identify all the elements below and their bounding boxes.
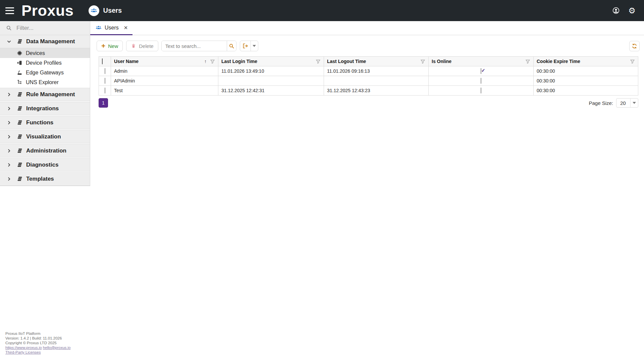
chevron-right-icon: [6, 148, 12, 154]
sidebar-group-label: Diagnostics: [26, 162, 58, 168]
filter-icon[interactable]: [316, 59, 321, 64]
row-checkbox[interactable]: [105, 68, 105, 74]
column-header-last-logout[interactable]: Last Logout Time: [324, 57, 429, 66]
footer-product: Proxus IIoT Platform: [5, 331, 71, 336]
row-checkbox[interactable]: [105, 87, 105, 94]
hamburger-menu-icon[interactable]: [5, 7, 14, 14]
search-input[interactable]: [162, 41, 227, 51]
sort-ascending-icon[interactable]: ↑: [204, 59, 207, 64]
device-profile-icon: [17, 60, 22, 66]
filter-icon[interactable]: [525, 59, 530, 64]
cell-cookie-expire: 00:30:00: [534, 86, 638, 96]
sidebar-group-label: Functions: [26, 119, 53, 126]
sidebar-item-label: Edge Gateways: [26, 70, 64, 76]
delete-button-label: Delete: [139, 43, 153, 49]
refresh-button[interactable]: [629, 41, 640, 51]
page-1-button[interactable]: 1: [99, 98, 108, 108]
filter-icon[interactable]: [420, 59, 425, 64]
column-header-last-login[interactable]: Last Login Time: [218, 57, 324, 66]
stack-icon: [17, 106, 23, 112]
third-party-licenses-link[interactable]: Third-Party Licenses: [5, 350, 41, 354]
refresh-icon: [632, 43, 637, 49]
sidebar-group-label: Administration: [26, 147, 66, 154]
tab-label: Users: [105, 25, 119, 31]
sidebar-item-devices[interactable]: Devices: [0, 48, 90, 58]
sidebar-group-data-management[interactable]: Data Management: [0, 35, 90, 48]
cell-last-logout: 11.01.2026 09:16:13: [324, 66, 429, 76]
page-title: Users: [103, 7, 122, 14]
tab-bar: Users ✕: [90, 21, 644, 35]
sidebar-filter-input[interactable]: [16, 24, 84, 32]
search-icon: [6, 25, 12, 31]
cell-cookie-expire: 00:30:00: [534, 66, 638, 76]
column-header-is-online[interactable]: Is Online: [429, 57, 534, 66]
stack-icon: [17, 162, 23, 168]
magnifier-icon: [229, 43, 234, 49]
chevron-right-icon: [6, 120, 12, 126]
pagination-bar: 1 Page Size: 20: [99, 98, 638, 108]
sidebar-group-label: Visualization: [26, 133, 61, 140]
account-circle-icon[interactable]: [612, 7, 620, 15]
sidebar: Data Management Devices Device Profiles …: [0, 21, 90, 186]
table-row[interactable]: Test 31.12.2025 12:42:31 31.12.2025 12:4…: [99, 86, 638, 96]
sidebar-group-integrations[interactable]: Integrations: [0, 102, 90, 115]
sidebar-item-uns-explorer[interactable]: UNS Explorer: [0, 77, 90, 87]
cell-cookie-expire: 00:30:00: [534, 76, 638, 86]
close-icon[interactable]: ✕: [124, 25, 128, 30]
tab-users[interactable]: Users ✕: [90, 21, 132, 35]
sidebar-item-label: UNS Explorer: [26, 79, 59, 85]
stack-icon: [17, 92, 23, 98]
chevron-right-icon: [6, 134, 12, 140]
table-row[interactable]: APIAdmin 00:30:00: [99, 76, 638, 86]
filter-icon[interactable]: [210, 59, 215, 64]
select-all-cell: [99, 57, 111, 66]
export-dropdown-button[interactable]: [251, 41, 258, 51]
email-link[interactable]: hello@proxus.io: [43, 346, 71, 350]
website-link[interactable]: https://www.proxus.io: [5, 346, 42, 350]
cell-user-name: Test: [111, 86, 218, 96]
cell-last-login: 11.01.2026 13:49:10: [218, 66, 324, 76]
main-content: + New Delete: [90, 35, 644, 362]
sidebar-filter-row: [0, 21, 90, 35]
page-size-select[interactable]: 20: [616, 98, 638, 108]
stack-icon: [17, 134, 23, 140]
export-icon: [242, 43, 248, 49]
is-online-checkbox[interactable]: [481, 68, 481, 74]
column-header-user-name[interactable]: User Name ↑: [111, 57, 218, 66]
footer-version: Version: 1.4.2 | Build: 11.01.2026: [5, 336, 71, 341]
export-button[interactable]: [240, 41, 251, 51]
table-row[interactable]: Admin 11.01.2026 13:49:10 11.01.2026 09:…: [99, 66, 638, 76]
search-button[interactable]: [227, 41, 236, 51]
stack-icon: [17, 39, 23, 45]
sidebar-group-functions[interactable]: Functions: [0, 116, 90, 129]
column-header-cookie-expire[interactable]: Cookie Expire Time: [534, 57, 638, 66]
toolbar: + New Delete: [97, 41, 640, 51]
stack-icon: [17, 176, 23, 182]
sidebar-group-label: Templates: [26, 176, 54, 182]
is-online-checkbox[interactable]: [481, 87, 481, 94]
filter-icon[interactable]: [630, 59, 635, 64]
sidebar-item-device-profiles[interactable]: Device Profiles: [0, 58, 90, 68]
sidebar-group-visualization[interactable]: Visualization: [0, 130, 90, 143]
page-size-value: 20: [616, 100, 630, 106]
sidebar-group-rule-management[interactable]: Rule Management: [0, 88, 90, 101]
sidebar-group-label: Rule Management: [26, 91, 75, 98]
row-checkbox[interactable]: [105, 78, 105, 84]
cell-last-logout: 31.12.2025 12:43:23: [324, 86, 429, 96]
sidebar-item-label: Device Profiles: [26, 60, 62, 66]
select-all-checkbox[interactable]: [102, 58, 103, 64]
sidebar-group-administration[interactable]: Administration: [0, 144, 90, 158]
gear-icon[interactable]: ⚙: [628, 7, 636, 15]
sidebar-item-edge-gateways[interactable]: Edge Gateways: [0, 68, 90, 77]
sidebar-group-diagnostics[interactable]: Diagnostics: [0, 158, 90, 172]
footer: Proxus IIoT Platform Version: 1.4.2 | Bu…: [5, 331, 71, 355]
tree-icon: [17, 79, 22, 85]
delete-button[interactable]: Delete: [126, 41, 158, 51]
sidebar-group-templates[interactable]: Templates: [0, 172, 90, 186]
sidebar-group-label: Integrations: [26, 105, 59, 112]
is-online-checkbox[interactable]: [481, 78, 481, 84]
cell-user-name: APIAdmin: [111, 76, 218, 86]
search-group: [161, 41, 236, 51]
top-bar: Proxus Users ⚙: [0, 0, 644, 21]
new-button[interactable]: + New: [97, 41, 123, 51]
